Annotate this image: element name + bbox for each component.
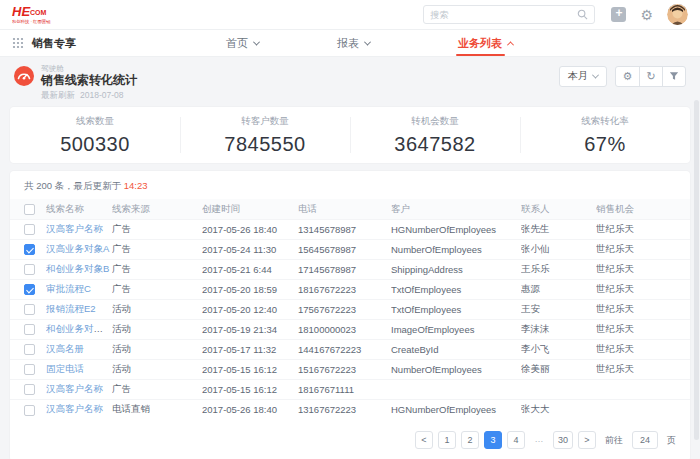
lead-name-link[interactable]: 和创业务对象B	[46, 263, 109, 274]
prev-page-button[interactable]: <	[415, 431, 433, 449]
settings-button[interactable]: ⚙	[640, 8, 653, 22]
phone-cell: 17145678987	[298, 264, 356, 275]
toolbar: ⚙ ↻	[615, 66, 686, 87]
stat-converted-opportunities: 转机会数量 3647582	[350, 107, 520, 163]
phone-cell: 13167672223	[298, 404, 356, 415]
table-row: 汉高客户名称电话直销2017-05-26 18:4013167672223HGN…	[10, 399, 690, 419]
table-row: 和创业务对象B广告2017-05-21 6:4417145678987Shipp…	[10, 259, 690, 279]
select-all-checkbox[interactable]	[24, 204, 35, 215]
table-row: 汉高客户名称广告2017-05-15 16:1218167671111	[10, 379, 690, 399]
phone-cell: 15645678987	[298, 244, 356, 255]
row-checkbox[interactable]	[24, 364, 35, 375]
page-button-1[interactable]: 1	[438, 431, 456, 449]
refresh-icon: ↻	[646, 70, 655, 83]
created-time-cell: 2017-05-15 16:12	[202, 384, 277, 395]
tab-label: 首页	[226, 36, 248, 51]
row-checkbox[interactable]	[24, 224, 35, 235]
user-avatar[interactable]	[667, 4, 688, 25]
stat-label: 转机会数量	[411, 115, 459, 128]
created-time-cell: 2017-05-26 18:40	[202, 404, 277, 415]
customer-cell: NumberOfEmployees	[391, 244, 482, 255]
row-checkbox[interactable]	[24, 384, 35, 395]
customer-cell: TxtOfEmployees	[391, 304, 461, 315]
table-body: 汉高客户名称广告2017-05-26 18:4013145678987HGNum…	[10, 219, 690, 419]
lead-name-link[interactable]: 固定电话	[46, 363, 84, 374]
goto-unit-label: 页	[667, 434, 676, 447]
contact-cell: 徐美丽	[521, 363, 550, 374]
lead-name-link[interactable]: 汉高客户名称	[46, 403, 103, 414]
page-button-3[interactable]: 3	[484, 431, 502, 449]
tab-reports[interactable]: 报表	[337, 30, 370, 56]
row-checkbox[interactable]	[24, 284, 35, 295]
lead-name-link[interactable]: 汉高客户名称	[46, 383, 103, 394]
period-select[interactable]: 本月	[559, 66, 607, 87]
lead-source-cell: 活动	[112, 343, 131, 354]
lead-name-link[interactable]: 汉高名册	[46, 343, 84, 354]
contact-cell: 惠源	[521, 283, 540, 294]
refresh-date: 2018-07-08	[80, 90, 123, 100]
phone-cell: 18100000023	[298, 324, 356, 335]
period-value: 本月	[568, 69, 588, 83]
phone-cell: 18167671111	[298, 384, 354, 395]
row-checkbox[interactable]	[24, 324, 35, 335]
page-button-2[interactable]: 2	[461, 431, 479, 449]
lead-name-link[interactable]: 审批流程C	[46, 283, 91, 294]
sales-opportunity-cell: 世纪乐天	[596, 303, 634, 314]
logo-text: HECOM	[12, 5, 65, 18]
tab-home[interactable]: 首页	[226, 30, 259, 56]
customer-cell: CreateById	[391, 344, 439, 355]
row-checkbox[interactable]	[24, 405, 35, 416]
refresh-button[interactable]: ↻	[639, 67, 662, 86]
lead-source-cell: 活动	[112, 303, 131, 314]
page-button-30[interactable]: 30	[553, 431, 573, 449]
lead-source-cell: 活动	[112, 323, 131, 334]
col-contact: 联系人	[521, 199, 596, 219]
lead-name-link[interactable]: 汉高客户名称	[46, 223, 103, 234]
created-time-cell: 2017-05-20 12:40	[202, 304, 277, 315]
logo: HECOM 和创科技 · 红圈营销	[12, 5, 65, 25]
sales-opportunity-cell: 世纪乐天	[596, 283, 634, 294]
created-time-cell: 2017-05-24 11:30	[202, 244, 276, 255]
contact-cell: 张先生	[521, 223, 550, 234]
lead-name-link[interactable]: 报销流程E2	[46, 303, 96, 314]
row-checkbox[interactable]	[24, 244, 35, 255]
dashboard-settings-button[interactable]: ⚙	[616, 67, 639, 86]
filter-funnel-icon	[669, 71, 679, 81]
row-checkbox[interactable]	[24, 304, 35, 315]
stats-card: 线索数量 500330 转客户数量 7845550 转机会数量 3647582 …	[10, 107, 690, 163]
created-time-cell: 2017-05-21 6:44	[202, 264, 272, 275]
page-ellipsis: …	[530, 431, 548, 449]
lead-name-link[interactable]: 汉高业务对象A	[46, 243, 109, 254]
page-button-4[interactable]: 4	[507, 431, 525, 449]
logo-tagline: 和创科技 · 红圈营销	[12, 19, 50, 23]
goto-label: 前往	[605, 434, 623, 447]
global-search[interactable]	[423, 5, 595, 24]
stat-converted-customers: 转客户数量 7845550	[180, 107, 350, 163]
table-row: 汉高名册活动2017-05-17 11:32144167672223Create…	[10, 339, 690, 359]
customer-cell: HGNumberOfEmployees	[391, 224, 496, 235]
col-phone: 电话	[298, 199, 391, 219]
summary-text: 共 200 条，最后更新于	[24, 180, 124, 191]
row-checkbox[interactable]	[24, 264, 35, 275]
chevron-down-icon	[364, 38, 371, 45]
tab-label: 报表	[337, 36, 359, 51]
tab-label: 业务列表	[458, 36, 502, 51]
next-page-button[interactable]: >	[578, 431, 596, 449]
filter-button[interactable]	[662, 67, 685, 86]
table-row: 报销流程E2活动2017-05-20 12:4017567672223TxtOf…	[10, 299, 690, 319]
phone-cell: 13145678987	[298, 224, 356, 235]
goto-page-input[interactable]	[632, 431, 658, 449]
workspace-switcher[interactable]: 销售专享	[12, 30, 76, 56]
search-input[interactable]	[430, 10, 577, 20]
create-new-button[interactable]: +	[611, 7, 626, 22]
chevron-down-icon	[253, 38, 260, 45]
row-checkbox[interactable]	[24, 344, 35, 355]
stat-value: 7845550	[224, 133, 305, 156]
lead-source-cell: 广告	[112, 263, 131, 274]
leads-table: 线索名称 线索来源 创建时间 电话 客户 联系人 销售机会 汉高客户名称广告20…	[10, 199, 690, 419]
tab-business-list[interactable]: 业务列表	[458, 30, 513, 56]
lead-name-link[interactable]: 和创业务对象E32	[46, 323, 112, 334]
scrollbar-thumb[interactable]	[694, 100, 699, 440]
pagination: <1234…30>前往页	[10, 419, 690, 459]
lead-source-cell: 广告	[112, 243, 131, 254]
